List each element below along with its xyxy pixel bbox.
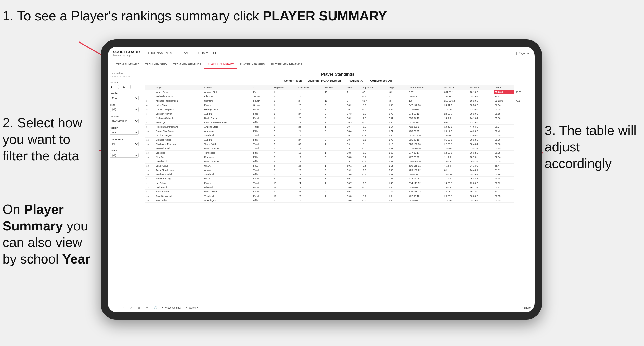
table-cell: 1.98 xyxy=(387,103,408,107)
table-cell: 0 xyxy=(324,146,346,151)
table-cell: Third xyxy=(252,181,272,185)
table-cell: 28-12-7 xyxy=(443,112,469,116)
table-cell: 2 xyxy=(145,94,154,99)
main-content: Update time: 27/03/2024 16:56:26 No Rds.… xyxy=(108,69,535,303)
no-rds-min[interactable] xyxy=(110,85,119,89)
table-cell: 27 xyxy=(297,138,323,142)
conference-select[interactable]: (All) ACC SEC Pac-12 xyxy=(110,142,139,146)
table-row: 25Cole SherwoodVanderbiltFourth1223169.3… xyxy=(145,194,531,198)
redo-btn[interactable]: ↪ xyxy=(120,306,125,310)
copy-btn[interactable]: ⧉ xyxy=(136,306,141,310)
table-cell: 69 xyxy=(346,142,361,146)
refresh-btn[interactable]: ⟳ xyxy=(128,306,133,310)
table-cell: 67.1 xyxy=(361,90,387,94)
table-cell: -1.6 xyxy=(361,198,387,203)
table-cell: 547-142-30 xyxy=(408,103,443,107)
table-cell: 17-14-2 xyxy=(443,198,469,203)
table-cell: 15 xyxy=(324,90,346,94)
table-cell: 698-54-13 xyxy=(408,116,443,120)
table-cell: 19 xyxy=(297,155,323,159)
subnav-player-h2h-grid[interactable]: PLAYER H2H GRID xyxy=(237,60,268,69)
table-row: 12Brendan VallesAuburnFifth527068.4-1.11… xyxy=(145,138,531,142)
table-row: 4Luke ClatonFloridaSecond127268.2-1.61.9… xyxy=(145,103,531,107)
clock-btn[interactable]: 🕐 xyxy=(152,306,159,310)
col-no-rds: No. Rds. xyxy=(324,85,346,90)
table-cell: -2.5 xyxy=(361,120,387,125)
table-cell: 8-21-1 xyxy=(443,168,469,172)
table-cell: 60.89 xyxy=(494,107,514,112)
table-cell: First xyxy=(252,112,272,116)
table-cell: Christo Lamprecht xyxy=(154,107,203,112)
table-cell: 467-29-23 xyxy=(408,155,443,159)
division-label: Division xyxy=(110,115,139,118)
player-select[interactable]: (All) xyxy=(110,153,139,158)
logo-area: SCOREBOARD Powered by clippi xyxy=(113,50,140,57)
step1-text: To see a Player's rankings summary click xyxy=(17,8,263,23)
table-cell: 2 xyxy=(324,168,346,172)
table-cell: 50.98 xyxy=(494,172,514,177)
table-cell: 21 xyxy=(297,133,323,138)
table-cell: Third xyxy=(252,125,272,129)
gender-select[interactable]: Men Women xyxy=(110,96,139,100)
subnav-player-summary[interactable]: PLAYER SUMMARY xyxy=(204,60,237,69)
table-cell: 7 xyxy=(272,146,297,151)
table-cell: 22 xyxy=(145,181,154,185)
table-cell: 24-45-1 xyxy=(469,168,494,172)
table-cell: -2.3 xyxy=(361,185,387,190)
table-cell: 1.43 xyxy=(387,181,408,185)
table-cell: Jack Lundin xyxy=(154,185,203,190)
no-rds-max[interactable] xyxy=(122,85,131,89)
nav-teams[interactable]: TEAMS xyxy=(180,50,191,56)
table-cell: 69.8 xyxy=(346,172,361,177)
sign-out-link[interactable]: Sign out xyxy=(519,52,530,55)
table-cell: Vanderbilt xyxy=(203,172,252,177)
nav-tournaments[interactable]: TOURNAMENTS xyxy=(148,50,172,56)
table-row: 19Tiger ChristensenArizonaThird523269.2-… xyxy=(145,168,531,172)
table-cell: 27 xyxy=(297,116,323,120)
table-cell: 25 xyxy=(297,198,323,203)
table-cell: Luke Claton xyxy=(154,103,203,107)
subnav-player-h2h-heatmap[interactable]: PLAYER H2H HEATMAP xyxy=(268,60,305,69)
table-cell: Tiger Christensen xyxy=(154,168,203,172)
nav-committee[interactable]: COMMITTEE xyxy=(198,50,217,56)
undo-btn[interactable]: ↩ xyxy=(112,306,117,310)
share-btn[interactable]: ↗ Share xyxy=(521,306,531,309)
table-cell: 15 xyxy=(145,151,154,155)
table-cell: 35-26-4 xyxy=(469,198,494,203)
table-cell: 1.47 xyxy=(387,159,408,164)
table-cell: 1 xyxy=(346,90,361,94)
table-cell: Fifth xyxy=(252,120,272,125)
table-cell: Matthew Riedel xyxy=(154,172,203,177)
table-cell: 24 xyxy=(297,164,323,168)
division-select[interactable]: NCAA Division I NCAA Division II NCAA Di… xyxy=(110,119,139,123)
table-cell: 0 xyxy=(346,99,361,103)
table-cell: New Mexico xyxy=(203,190,252,194)
table-cell: 440-26-6 xyxy=(408,94,443,99)
table-cell: -2 xyxy=(387,99,408,103)
subnav-team-h2h-grid[interactable]: TEAM H2H GRID xyxy=(142,60,170,69)
crop-btn[interactable]: ✂ xyxy=(144,306,149,310)
table-cell: 26-27-2 xyxy=(469,185,494,190)
table-cell: 2 xyxy=(324,190,346,194)
watch-btn[interactable]: 👁 Watch ▾ xyxy=(184,306,200,310)
table-cell: 8-6-1 xyxy=(443,120,469,125)
filters-display-row: Gender: Men Division: NCAA Division I Re… xyxy=(145,79,531,82)
view-original-btn[interactable]: 👁 View: Original xyxy=(162,306,181,309)
table-cell: 78.2 xyxy=(494,94,514,99)
year-select[interactable]: (All) First Second Third Fourth Fifth xyxy=(110,107,139,112)
subnav-team-h2h-heatmap[interactable]: TEAM H2H HEATMAP xyxy=(170,60,204,69)
download-btn[interactable]: ⬇ xyxy=(202,306,208,310)
table-cell: 27 xyxy=(297,190,323,194)
table-cell: 60.02 xyxy=(494,190,514,194)
table-cell: 24-31-3 xyxy=(443,103,469,107)
table-cell: 473-177-57 xyxy=(408,177,443,181)
subnav-team-summary[interactable]: TEAM SUMMARY xyxy=(113,60,142,69)
table-cell: 11 xyxy=(272,185,297,190)
table-cell: 5 xyxy=(272,138,297,142)
table-cell: 3 xyxy=(272,125,297,129)
table-cell: 8 xyxy=(272,155,297,159)
table-cell: 17 xyxy=(145,159,154,164)
region-select[interactable]: N/A All xyxy=(110,130,139,135)
table-cell: 69.2 xyxy=(346,168,361,172)
table-cell: Luke Powell xyxy=(154,164,203,168)
